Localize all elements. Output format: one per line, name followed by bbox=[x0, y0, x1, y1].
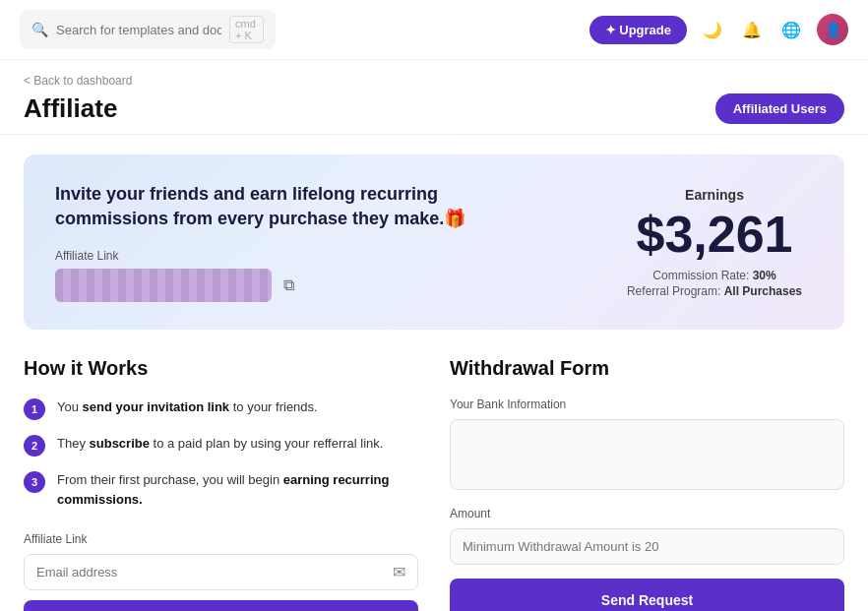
affiliate-link-section: Affiliate Link ✉ Send bbox=[24, 532, 418, 611]
referral-program-value: All Purchases bbox=[724, 284, 802, 298]
affiliate-link-label: Affiliate Link bbox=[55, 249, 472, 263]
step-item: 3 From their first purchase, you will be… bbox=[24, 470, 418, 509]
step-number-1: 1 bbox=[24, 398, 45, 420]
copy-link-button[interactable]: ⧉ bbox=[279, 273, 298, 298]
banner-left: Invite your friends and earn lifelong re… bbox=[55, 182, 472, 302]
bank-info-label: Your Bank Information bbox=[450, 397, 844, 411]
notifications-icon[interactable]: 🔔 bbox=[738, 16, 766, 43]
step-number-3: 3 bbox=[24, 471, 45, 493]
affiliate-link-display bbox=[55, 269, 272, 302]
email-input[interactable] bbox=[36, 565, 393, 580]
search-icon: 🔍 bbox=[31, 22, 48, 37]
how-it-works-title: How it Works bbox=[24, 357, 418, 380]
amount-label: Amount bbox=[450, 507, 844, 520]
how-it-works-section: How it Works 1 You send your invitation … bbox=[24, 357, 418, 611]
upgrade-button[interactable]: ✦ Upgrade bbox=[589, 16, 687, 44]
affiliated-users-button[interactable]: Affiliated Users bbox=[715, 93, 844, 124]
banner-right: Earnings $3,261 Commission Rate: 30% Ref… bbox=[616, 182, 813, 302]
send-request-button[interactable]: Send Request bbox=[450, 579, 844, 611]
referral-program: Referral Program: All Purchases bbox=[627, 284, 802, 298]
two-col-section: How it Works 1 You send your invitation … bbox=[24, 357, 844, 611]
page-title: Affiliate bbox=[24, 93, 117, 124]
affiliate-link-section-label: Affiliate Link bbox=[24, 532, 418, 546]
step-text-3: From their first purchase, you will begi… bbox=[57, 470, 418, 509]
step-item: 2 They subscribe to a paid plan by using… bbox=[24, 434, 418, 457]
affiliate-link-box: ⧉ bbox=[55, 269, 472, 302]
earnings-label: Earnings bbox=[685, 187, 744, 203]
step-number-2: 2 bbox=[24, 435, 45, 457]
withdrawal-form-section: Withdrawal Form Your Bank Information Am… bbox=[450, 357, 844, 611]
page-title-row: Affiliate Affiliated Users bbox=[24, 93, 844, 124]
commission-rate-label: Commission Rate: bbox=[652, 269, 749, 282]
dark-mode-icon[interactable]: 🌙 bbox=[699, 16, 726, 43]
search-shortcut: cmd + K bbox=[229, 16, 264, 43]
back-to-dashboard-link[interactable]: < Back to dashboard bbox=[24, 74, 844, 88]
nav-actions: ✦ Upgrade 🌙 🔔 🌐 👤 bbox=[589, 14, 848, 45]
send-button[interactable]: Send bbox=[24, 600, 418, 611]
earnings-banner: Invite your friends and earn lifelong re… bbox=[24, 154, 844, 330]
commission-rate-value: 30% bbox=[753, 269, 776, 282]
referral-program-label: Referral Program: bbox=[627, 284, 720, 298]
search-input[interactable] bbox=[56, 23, 221, 37]
page-header: < Back to dashboard Affiliate Affiliated… bbox=[0, 60, 868, 135]
search-bar[interactable]: 🔍 cmd + K bbox=[20, 10, 276, 49]
commission-rate: Commission Rate: 30% bbox=[652, 269, 775, 282]
earnings-amount: $3,261 bbox=[636, 207, 792, 263]
step-text-1: You send your invitation link to your fr… bbox=[57, 397, 318, 417]
main-content: Invite your friends and earn lifelong re… bbox=[0, 135, 868, 611]
withdrawal-form-title: Withdrawal Form bbox=[450, 357, 844, 380]
bank-info-textarea[interactable] bbox=[450, 419, 844, 490]
email-icon: ✉ bbox=[393, 563, 405, 581]
steps-list: 1 You send your invitation link to your … bbox=[24, 397, 418, 509]
banner-tagline: Invite your friends and earn lifelong re… bbox=[55, 182, 472, 231]
step-item: 1 You send your invitation link to your … bbox=[24, 397, 418, 420]
globe-icon[interactable]: 🌐 bbox=[777, 16, 805, 43]
step-text-2: They subscribe to a paid plan by using y… bbox=[57, 434, 383, 454]
avatar[interactable]: 👤 bbox=[817, 14, 848, 45]
topnav: 🔍 cmd + K ✦ Upgrade 🌙 🔔 🌐 👤 bbox=[0, 0, 868, 60]
email-input-row[interactable]: ✉ bbox=[24, 554, 418, 590]
amount-input[interactable] bbox=[450, 528, 844, 565]
